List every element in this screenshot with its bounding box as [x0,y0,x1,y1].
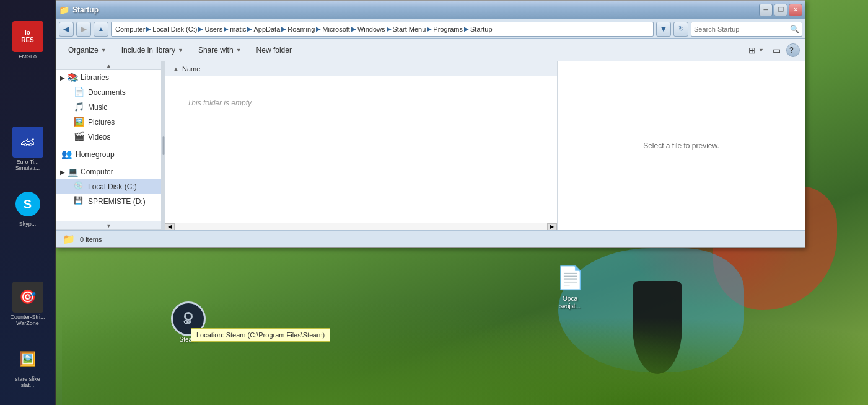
spremiste-label: SPREMISTE (D:) [88,197,146,206]
local-disk-icon: 💿 [74,181,85,192]
path-programs[interactable]: Programs [433,25,463,33]
main-content: ▲ ▶ 📚 Libraries 📄 Documents 🎵 Music 🖼️ [56,61,805,230]
address-dropdown-button[interactable]: ▼ [656,22,671,37]
share-with-label: Share with [198,46,234,55]
videos-icon: 🎬 [74,131,85,143]
name-column-header[interactable]: Name [182,65,200,73]
homegroup-icon: 👥 [61,149,72,160]
nav-music[interactable]: 🎵 Music [56,100,161,115]
empty-folder-message: This folder is empty. [175,86,547,120]
view-list-button[interactable]: ⊞ ▼ [745,42,767,59]
nav-spremiste[interactable]: 💾 SPREMISTE (D:) [56,194,161,209]
path-start-menu[interactable]: Start Menu [393,25,426,33]
desktop-icon-opca[interactable]: 📄 Opcasvojst... [545,260,595,313]
status-items-count: 0 items [80,236,102,243]
path-computer[interactable]: Computer [115,25,145,33]
steam-tooltip: Location: Steam (C:\Program Files\Steam) [191,328,330,342]
up-button[interactable]: ▲ [94,22,108,37]
organize-dropdown-icon: ▼ [101,47,107,53]
nav-scroll-up[interactable]: ▲ [56,61,161,70]
path-users[interactable]: Users [204,25,222,33]
path-matic[interactable]: matic [230,25,246,33]
organize-button[interactable]: Organize ▼ [61,42,113,59]
toolbar: Organize ▼ Include in library ▼ Share wi… [56,39,805,61]
computer-label: Computer [81,167,113,176]
name-column-label: Name [182,65,200,73]
nav-pictures[interactable]: 🖼️ Pictures [56,115,161,130]
svg-point-2 [186,314,191,319]
explorer-window: 📁 Startup ─ ❐ ✕ ◀ ▶ ▲ Computer ▶ Local D… [56,0,805,248]
nav-scroll-down[interactable]: ▼ [56,221,161,230]
documents-icon: 📄 [74,87,85,98]
libraries-icon: 📚 [68,73,78,82]
h-scroll-left[interactable]: ◀ [165,223,175,231]
title-bar: 📁 Startup ─ ❐ ✕ [56,1,805,19]
horizontal-scrollbar[interactable]: ◀ ▶ [165,223,557,230]
opca-icon: 📄 [555,263,585,293]
new-folder-button[interactable]: New folder [250,42,299,59]
nav-libraries-header[interactable]: ▶ 📚 Libraries [56,70,161,85]
path-startup[interactable]: Startup [470,25,492,33]
forward-button[interactable]: ▶ [76,22,91,37]
music-icon: 🎵 [74,102,85,113]
explorer-title-icon: 📁 [59,5,69,15]
path-roaming[interactable]: Roaming [287,25,315,33]
preview-pane: Select a file to preview. [557,61,805,230]
path-appdata[interactable]: AppData [253,25,280,33]
h-scroll-track[interactable] [175,223,547,231]
status-folder-icon: 📁 [63,233,75,246]
path-local-disk[interactable]: Local Disk (C:) [152,25,197,33]
nav-computer-header[interactable]: ▶ 💻 Computer [56,164,161,179]
file-content-area: This folder is empty. [165,76,557,130]
file-header-scroll-up[interactable]: ▲ [170,65,182,73]
h-scroll-right[interactable]: ▶ [547,223,557,231]
taskbar-icon-skype[interactable]: S Skyp... [0,186,55,229]
pictures-icon: 🖼️ [74,117,85,128]
computer-icon: 💻 [68,167,78,177]
status-bar: 📁 0 items [56,230,805,247]
nav-homegroup[interactable]: 👥 Homegroup [56,147,161,162]
organize-label: Organize [68,46,99,55]
toolbar-right: ⊞ ▼ ▭ ? [745,42,800,59]
search-input[interactable] [694,25,790,33]
steam-tooltip-text: Location: Steam (C:\Program Files\Steam) [196,331,325,339]
include-library-button[interactable]: Include in library ▼ [115,42,190,59]
help-button[interactable]: ? [786,43,800,57]
preview-message: Select a file to preview. [643,141,719,150]
view-dropdown-icon: ▼ [758,47,764,53]
close-button[interactable]: ✕ [789,4,802,16]
restore-button[interactable]: ❐ [774,4,787,16]
back-button[interactable]: ◀ [59,22,74,37]
taskbar-icon-cs[interactable]: 🎯 Counter-Stri...WarZone [0,279,55,329]
refresh-button[interactable]: ↻ [673,22,688,37]
explorer-title: Startup [72,6,759,14]
pictures-label: Pictures [88,118,115,127]
documents-label: Documents [88,88,126,97]
help-icon: ? [789,46,794,55]
nav-documents[interactable]: 📄 Documents [56,85,161,100]
taskbar-icon-euro[interactable]: 🏎 Euro Ti...Simulati... [0,124,55,174]
nav-computer-expand-icon: ▶ [60,169,65,176]
address-path[interactable]: Computer ▶ Local Disk (C:) ▶ Users ▶ mat… [111,22,654,37]
splitter-handle [162,136,164,155]
nav-videos[interactable]: 🎬 Videos [56,130,161,145]
file-pane: ▲ Name This folder is empty. ◀ ▶ [165,61,557,230]
taskbar-icon-fmslo[interactable]: IoRES FMSLo [0,19,55,62]
search-box[interactable]: 🔍 [691,22,802,37]
local-disk-label: Local Disk (C:) [88,182,137,191]
svg-point-4 [185,321,187,323]
include-library-label: Include in library [121,46,175,55]
opca-label: Opcasvojst... [559,295,581,310]
path-microsoft[interactable]: Microsoft [322,25,350,33]
preview-pane-button[interactable]: ▭ [769,42,784,59]
include-library-dropdown-icon: ▼ [178,47,183,53]
taskbar-icon-stare[interactable]: 🖼️ stare slikeslat... [0,341,55,391]
share-with-button[interactable]: Share with ▼ [191,42,248,59]
share-with-dropdown-icon: ▼ [236,47,242,53]
homegroup-label: Homegroup [76,150,115,159]
path-windows[interactable]: Windows [357,25,385,33]
nav-local-disk[interactable]: 💿 Local Disk (C:) [56,179,161,194]
desktop: IoRES FMSLo 🏎 Euro Ti...Simulati... S Sk… [0,0,868,405]
view-list-icon: ⊞ [748,45,756,55]
minimize-button[interactable]: ─ [759,4,773,16]
